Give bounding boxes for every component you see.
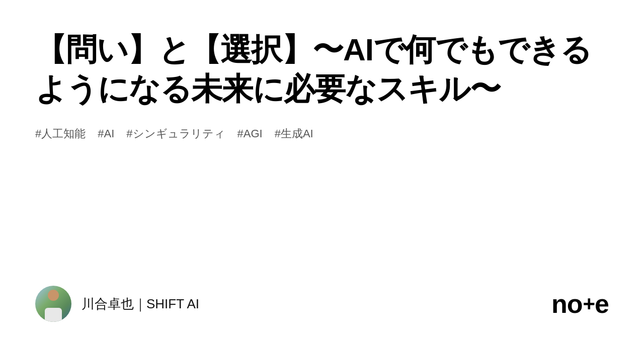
page-container: 【問い】と【選択】〜AIで何でもできるようになる未来に必要なスキル〜 #人工知能… (0, 0, 644, 337)
avatar (35, 286, 71, 322)
note-logo-text-e: e (595, 289, 609, 319)
tag-2[interactable]: #AI (98, 127, 114, 140)
avatar-body (45, 308, 62, 322)
tags-row: #人工知能 #AI #シンギュラリティ #AGI #生成AI (35, 126, 609, 141)
footer-row: 川合卓也｜SHIFT AI no + e (35, 281, 609, 322)
tag-1[interactable]: #人工知能 (35, 126, 86, 141)
author-name[interactable]: 川合卓也｜SHIFT AI (82, 295, 199, 313)
avatar-head (48, 290, 59, 301)
note-logo-text: no (551, 289, 583, 319)
author-section: 川合卓也｜SHIFT AI (35, 286, 199, 322)
tag-3[interactable]: #シンギュラリティ (126, 126, 225, 141)
tag-5[interactable]: #生成AI (275, 126, 313, 141)
tag-4[interactable]: #AGI (237, 127, 263, 140)
article-title: 【問い】と【選択】〜AIで何でもできるようになる未来に必要なスキル〜 (35, 30, 609, 108)
note-logo[interactable]: no + e (551, 289, 609, 319)
note-plus-icon: + (583, 292, 595, 316)
